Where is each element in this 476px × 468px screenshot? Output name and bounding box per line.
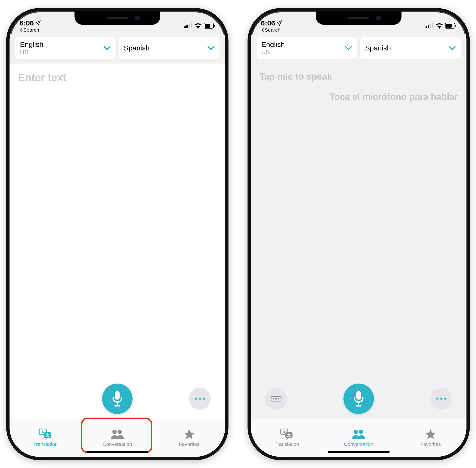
tab-favorites-label: Favorites xyxy=(420,441,441,447)
battery-icon xyxy=(445,23,457,29)
star-icon xyxy=(425,428,436,440)
language-source-picker[interactable]: English US xyxy=(257,37,357,59)
volume-up-button xyxy=(248,97,248,121)
status-time: 6:06 xyxy=(19,19,34,27)
language-row: English US Spanish xyxy=(251,34,466,63)
location-icon xyxy=(35,20,41,26)
svg-rect-20 xyxy=(455,25,456,27)
action-row xyxy=(10,379,225,419)
language-target-name: Spanish xyxy=(124,44,149,52)
svg-rect-25 xyxy=(356,391,361,400)
power-button xyxy=(228,107,228,145)
microphone-button[interactable] xyxy=(102,383,133,414)
phone-left: 6:06 Search English US xyxy=(6,8,228,460)
tab-favorites-label: Favorites xyxy=(179,441,199,447)
phone-right: 6:06 Search English US xyxy=(248,8,470,460)
svg-rect-22 xyxy=(273,398,274,399)
tab-conversation-label: Conversation xyxy=(103,441,132,447)
keyboard-icon xyxy=(271,395,282,403)
svg-rect-15 xyxy=(428,25,429,28)
tab-translation-label: Translation xyxy=(274,441,299,447)
microphone-icon xyxy=(111,391,123,407)
svg-rect-0 xyxy=(184,26,186,28)
language-source-region: US xyxy=(20,48,43,56)
svg-rect-1 xyxy=(186,25,188,28)
chevron-down-icon xyxy=(448,46,456,50)
back-label: Search xyxy=(23,27,39,33)
action-row xyxy=(251,379,466,419)
chevron-down-icon xyxy=(103,46,111,50)
back-label: Search xyxy=(265,27,281,33)
chevron-down-icon xyxy=(345,46,352,50)
language-source-name: English xyxy=(261,41,285,48)
back-chevron-icon xyxy=(19,28,23,32)
svg-rect-19 xyxy=(446,24,452,28)
tab-translation-label: Translation xyxy=(33,441,58,447)
microphone-button[interactable] xyxy=(343,383,374,414)
back-chevron-icon xyxy=(261,28,264,32)
conversation-icon xyxy=(110,428,124,440)
svg-point-31 xyxy=(359,430,363,434)
svg-point-30 xyxy=(354,430,358,434)
svg-rect-7 xyxy=(115,391,120,400)
chevron-down-icon xyxy=(207,46,215,50)
svg-rect-5 xyxy=(205,24,210,28)
svg-rect-6 xyxy=(214,25,215,27)
conversation-hint-source: Tap mic to speak xyxy=(259,72,458,82)
silence-switch xyxy=(248,73,248,85)
home-indicator[interactable] xyxy=(328,451,390,453)
enter-text-placeholder: Enter text xyxy=(18,72,217,84)
back-to-search[interactable]: Search xyxy=(19,27,41,33)
cellular-icon xyxy=(426,23,434,28)
status-time: 6:06 xyxy=(261,19,275,27)
volume-down-button xyxy=(6,126,7,149)
language-target-picker[interactable]: Spanish xyxy=(360,37,461,59)
more-options-button[interactable] xyxy=(430,388,452,410)
wifi-icon xyxy=(194,23,202,29)
translation-icon: A文 xyxy=(39,428,52,440)
svg-text:文: 文 xyxy=(46,433,49,437)
language-source-name: English xyxy=(20,41,43,48)
keyboard-input-button[interactable] xyxy=(265,388,287,410)
more-options-button[interactable] xyxy=(189,388,211,410)
text-entry-area[interactable]: Enter text xyxy=(10,63,225,379)
svg-point-13 xyxy=(118,430,122,434)
silence-switch xyxy=(6,73,7,85)
tab-favorites[interactable]: Favorites xyxy=(395,419,466,457)
home-indicator[interactable] xyxy=(86,451,148,453)
language-source-region: US xyxy=(261,48,285,56)
power-button xyxy=(469,107,470,145)
ellipsis-icon xyxy=(195,397,205,400)
svg-rect-23 xyxy=(275,398,277,399)
svg-rect-3 xyxy=(191,23,192,28)
battery-icon xyxy=(204,23,215,29)
conversation-hint-target: Toca el micrófono para hablar xyxy=(259,92,458,102)
tab-favorites[interactable]: Favorites xyxy=(153,419,225,457)
svg-text:文: 文 xyxy=(287,433,291,437)
notch xyxy=(316,11,402,25)
svg-text:A: A xyxy=(42,430,44,434)
volume-up-button xyxy=(6,97,7,121)
translation-icon: A文 xyxy=(280,428,294,440)
tab-translation[interactable]: A文 Translation xyxy=(10,419,81,457)
svg-point-12 xyxy=(112,430,117,434)
back-to-search[interactable]: Search xyxy=(261,27,282,33)
conversation-icon xyxy=(352,428,366,440)
svg-text:A: A xyxy=(283,430,286,434)
language-target-picker[interactable]: Spanish xyxy=(119,37,219,59)
svg-rect-14 xyxy=(426,26,427,28)
microphone-icon xyxy=(353,391,365,407)
language-source-picker[interactable]: English US xyxy=(15,37,116,59)
ellipsis-icon xyxy=(436,397,446,400)
svg-rect-24 xyxy=(278,398,279,399)
cellular-icon xyxy=(184,23,192,28)
wifi-icon xyxy=(435,23,443,29)
notch xyxy=(74,11,160,25)
conversation-area: Tap mic to speak Toca el micrófono para … xyxy=(251,63,466,379)
volume-down-button xyxy=(248,126,248,149)
svg-rect-17 xyxy=(432,23,433,28)
tab-translation[interactable]: A文 Translation xyxy=(251,419,323,457)
location-icon xyxy=(276,20,282,26)
language-row: English US Spanish xyxy=(10,34,225,63)
language-target-name: Spanish xyxy=(365,44,391,52)
